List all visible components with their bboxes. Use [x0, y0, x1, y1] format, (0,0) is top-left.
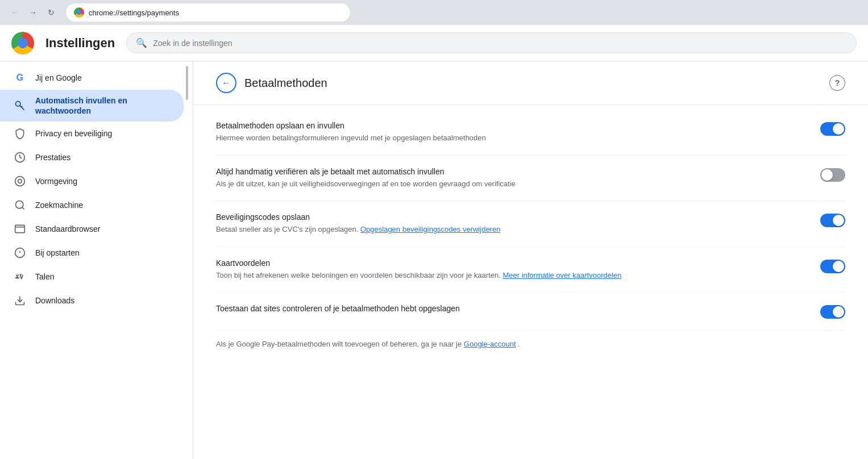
google-g-icon: G — [14, 72, 26, 84]
settings-page-title: Instellingen — [45, 36, 115, 51]
sidebar-label-prestaties: Prestaties — [35, 152, 70, 162]
setting-manual-verify: Altijd handmatig verifiëren als je betaa… — [216, 156, 845, 202]
google-pay-section: Als je Google Pay-betaalmethoden wilt to… — [216, 331, 845, 357]
sidebar-item-talen[interactable]: Talen — [0, 265, 184, 289]
setting-manual-verify-text: Altijd handmatig verifiëren als je betaa… — [216, 167, 798, 190]
setting-manual-verify-title: Altijd handmatig verifiëren als je betaa… — [216, 167, 798, 176]
setting-save-fill-text: Betaalmethoden opslaan en invullen Hierm… — [216, 121, 798, 144]
setting-save-cvc-desc: Betaal sneller als je CVC's zijn opgesla… — [216, 224, 798, 235]
sidebar-label-privacy: Privacy en beveiliging — [35, 128, 112, 139]
address-text: chrome://settings/payments — [89, 9, 179, 17]
google-pay-text: Als je Google Pay-betaalmethoden wilt to… — [216, 340, 462, 348]
downloads-icon — [14, 294, 26, 307]
address-bar[interactable]: chrome://settings/payments — [66, 3, 350, 22]
sidebar-label-vormgeving: Vormgeving — [35, 176, 77, 186]
sidebar-label-talen: Talen — [35, 272, 54, 282]
nav-buttons: ← → ↻ — [7, 5, 59, 20]
toggle-card-benefits[interactable] — [820, 260, 845, 273]
sidebar-item-zoekmachine[interactable]: Zoekmachine — [0, 193, 184, 217]
panel-back-button[interactable]: ← — [216, 73, 236, 93]
toggle-save-fill[interactable] — [820, 122, 845, 136]
scrollbar-indicator — [186, 66, 188, 100]
setting-card-benefits-desc-text: Toon bij het afrekenen welke beloningen … — [216, 271, 501, 279]
sidebar: G Jij en Google Automatisch invullen en … — [0, 61, 193, 459]
svg-point-0 — [16, 102, 20, 106]
main-content: G Jij en Google Automatisch invullen en … — [0, 61, 868, 459]
sidebar-item-downloads[interactable]: Downloads — [0, 289, 184, 312]
setting-save-fill-title: Betaalmethoden opslaan en invullen — [216, 121, 798, 130]
sidebar-item-standaardbrowser[interactable]: Standaardbrowser — [0, 217, 184, 241]
toggle-manual-verify[interactable] — [820, 168, 845, 182]
back-nav-button[interactable]: ← — [7, 5, 23, 20]
sidebar-label-autofill: Automatisch invullen en wachtwoorden — [35, 95, 172, 116]
setting-save-cvc: Beveiligingscodes opslaan Betaal sneller… — [216, 201, 845, 247]
sidebar-label-bij-opstarten: Bij opstarten — [35, 248, 80, 258]
setting-save-fill: Betaalmethoden opslaan en invullen Hierm… — [216, 110, 845, 156]
sidebar-item-privacy[interactable]: Privacy en beveiliging — [0, 122, 184, 145]
svg-point-2 — [15, 177, 25, 186]
reload-button[interactable]: ↻ — [43, 5, 59, 20]
toggle-allow-sites[interactable] — [820, 305, 845, 319]
svg-rect-5 — [15, 226, 25, 233]
sidebar-item-autofill[interactable]: Automatisch invullen en wachtwoorden — [0, 90, 184, 122]
toggle-thumb-save-fill — [833, 123, 844, 135]
browser-icon — [14, 223, 26, 235]
panel-title: Betaalmethoden — [244, 77, 327, 90]
performance-icon — [14, 151, 26, 164]
setting-save-cvc-desc-text: Betaal sneller als je CVC's zijn opgesla… — [216, 225, 358, 233]
setting-card-benefits-title: Kaartvoordelen — [216, 258, 798, 268]
svg-point-4 — [16, 201, 23, 208]
shield-icon — [14, 127, 26, 140]
sidebar-label-standaardbrowser: Standaardbrowser — [35, 224, 100, 234]
settings-panel: ← Betaalmethoden ? Betaalmethoden opslaa… — [193, 61, 868, 459]
setting-allow-sites-text: Toestaan dat sites controleren of je bet… — [216, 304, 798, 315]
panel-header-left: ← Betaalmethoden — [216, 73, 327, 93]
sidebar-item-prestaties[interactable]: Prestaties — [0, 145, 184, 169]
sidebar-item-vormgeving[interactable]: Vormgeving — [0, 169, 184, 193]
svg-point-3 — [18, 180, 22, 183]
search-input[interactable] — [153, 39, 847, 48]
toggle-thumb-manual-verify — [821, 169, 833, 181]
appearance-icon — [14, 175, 26, 187]
startup-icon — [14, 247, 26, 259]
setting-card-benefits-text: Kaartvoordelen Toon bij het afrekenen we… — [216, 258, 798, 281]
settings-page: Instellingen 🔍 G Jij en Google — [0, 25, 868, 459]
setting-allow-sites-title: Toestaan dat sites controleren of je bet… — [216, 304, 798, 313]
help-button[interactable]: ? — [829, 75, 845, 91]
setting-manual-verify-desc: Als je dit uitzet, kan je uit veiligheid… — [216, 178, 798, 190]
search-sidebar-icon — [14, 199, 26, 211]
settings-header: Instellingen 🔍 — [0, 25, 868, 61]
search-bar[interactable]: 🔍 — [126, 32, 857, 53]
key-icon — [14, 99, 26, 112]
panel-header: ← Betaalmethoden ? — [193, 61, 868, 105]
sidebar-label-downloads: Downloads — [35, 295, 74, 306]
chrome-logo-large-icon — [11, 32, 34, 55]
google-pay-suffix: . — [518, 340, 520, 348]
languages-icon — [14, 270, 26, 283]
setting-save-fill-desc: Hiermee worden betalingsformulieren inge… — [216, 132, 798, 144]
search-icon: 🔍 — [136, 37, 147, 48]
delete-cvc-link[interactable]: Opgeslagen beveiligingscodes verwijderen — [360, 225, 500, 233]
sidebar-label-zoekmachine: Zoekmachine — [35, 200, 83, 210]
setting-save-cvc-title: Beveiligingscodes opslaan — [216, 212, 798, 222]
setting-save-cvc-text: Beveiligingscodes opslaan Betaal sneller… — [216, 212, 798, 235]
toggle-thumb-card-benefits — [833, 261, 844, 272]
google-account-link[interactable]: Google-account — [464, 340, 516, 348]
card-benefits-link[interactable]: Meer informatie over kaartvoordelen — [502, 271, 621, 279]
setting-allow-sites: Toestaan dat sites controleren of je bet… — [216, 293, 845, 331]
setting-card-benefits: Kaartvoordelen Toon bij het afrekenen we… — [216, 247, 845, 293]
setting-card-benefits-desc: Toon bij het afrekenen welke beloningen … — [216, 270, 798, 281]
toggle-save-cvc[interactable] — [820, 214, 845, 227]
browser-chrome: ← → ↻ chrome://settings/payments — [0, 0, 868, 25]
toggle-thumb-allow-sites — [833, 306, 844, 318]
settings-content: Betaalmethoden opslaan en invullen Hierm… — [193, 105, 868, 362]
sidebar-label-jij-en-google: Jij en Google — [35, 73, 82, 83]
forward-nav-button[interactable]: → — [25, 5, 41, 20]
sidebar-item-bij-opstarten[interactable]: Bij opstarten — [0, 241, 184, 265]
toggle-thumb-save-cvc — [833, 215, 844, 226]
sidebar-item-jij-en-google[interactable]: G Jij en Google — [0, 66, 184, 90]
chrome-logo-icon — [74, 7, 84, 18]
